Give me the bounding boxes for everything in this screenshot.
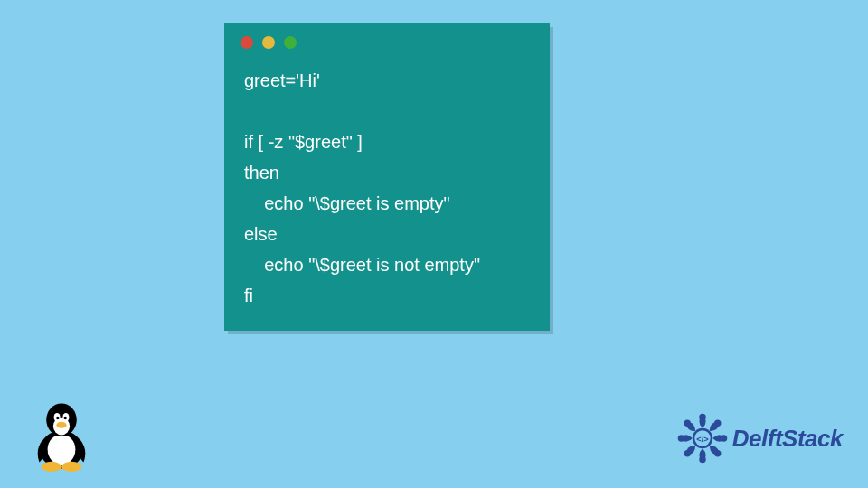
svg-point-7 [63, 417, 67, 420]
svg-text:</>: </> [696, 435, 709, 444]
window-controls [224, 23, 550, 56]
delftstack-name: DelftStack [732, 425, 843, 453]
svg-point-6 [56, 417, 60, 420]
delftstack-badge-icon: </> [675, 410, 731, 466]
svg-point-1 [48, 435, 76, 465]
code-window: greet='Hi' if [ -z "$greet" ] then echo … [224, 23, 550, 331]
window-close-icon [241, 36, 253, 49]
window-minimize-icon [262, 36, 275, 49]
window-maximize-icon [284, 36, 297, 49]
code-body: greet='Hi' if [ -z "$greet" ] then echo … [224, 56, 550, 331]
tux-penguin-icon [29, 396, 94, 472]
delftstack-logo: </> DelftStack [675, 410, 843, 466]
svg-point-10 [61, 462, 81, 472]
svg-point-9 [42, 462, 61, 472]
svg-point-8 [56, 422, 66, 428]
